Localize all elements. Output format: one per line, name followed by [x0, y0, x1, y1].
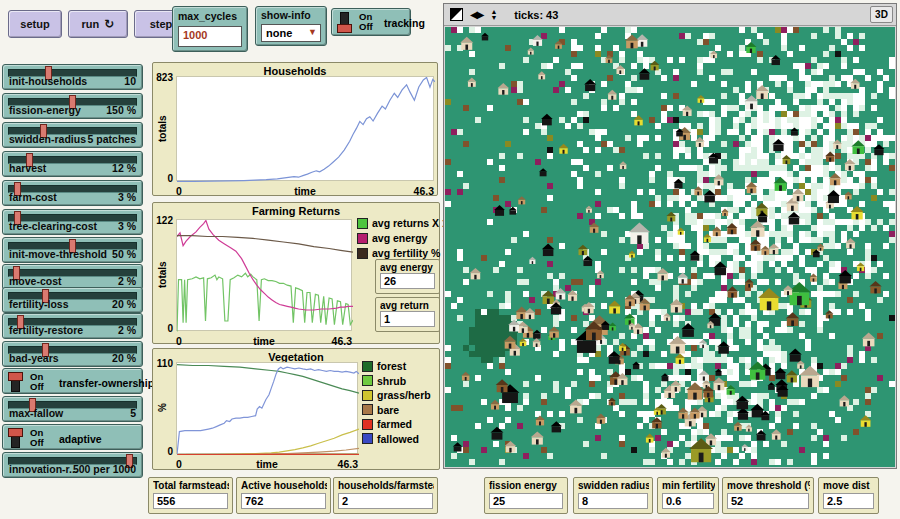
monitor-value: 1: [380, 311, 435, 327]
slider-innovation-r[interactable]: innovation-r...500 per 1000: [2, 452, 143, 478]
slider-label: fertility-loss: [9, 298, 69, 310]
slider-harvest[interactable]: harvest12 %: [2, 151, 143, 177]
toggle-label: adaptive: [59, 433, 102, 445]
slider-init-move-threshold[interactable]: init-move-threshold50 %: [2, 237, 143, 263]
world-view-canvas[interactable]: [445, 27, 895, 467]
slider-label: init-move-threshold: [9, 248, 107, 260]
zoom-corner-icon[interactable]: [450, 8, 463, 21]
legend-label: shrub: [377, 375, 406, 387]
run-button[interactable]: run ↻: [68, 10, 128, 38]
legend-label: avg returns X 10: [372, 217, 454, 229]
slider-value: 3 %: [118, 220, 136, 232]
toggle-knob[interactable]: [8, 428, 23, 437]
monitor-label: avg energy: [380, 262, 436, 273]
slider-label: init-households: [9, 75, 87, 87]
chevron-down-icon: ▼: [308, 27, 317, 37]
legend-item: avg fertility %: [357, 247, 440, 259]
monitor-label: move dist: [823, 480, 875, 491]
slider-farm-cost[interactable]: farm-cost3 %: [2, 180, 143, 206]
legend-item: grass/herb: [362, 389, 431, 401]
slider-value: 2 %: [118, 324, 136, 336]
show-info-select[interactable]: none ▼: [261, 24, 321, 42]
plot-area: [176, 362, 358, 454]
legend-item: avg energy: [357, 232, 427, 244]
monitor-label: min fertility: [662, 480, 715, 491]
setup-button[interactable]: setup: [8, 10, 62, 38]
legend-item: forest: [362, 360, 406, 372]
slider-fission-energy[interactable]: fission-energy150 %: [2, 93, 143, 119]
y-axis-title: totals: [157, 219, 168, 331]
toggle-off-label: Off: [359, 22, 373, 32]
slider-label: innovation-r...: [9, 463, 78, 475]
world-toolbar: ◀▶ ▲▼ ticks: 43 3D: [444, 4, 896, 26]
monitor-value: 26: [380, 273, 435, 289]
slider-label: harvest: [9, 162, 46, 174]
slider-label: swidden-radius: [9, 133, 86, 145]
max-cycles-field[interactable]: 1000: [178, 26, 242, 47]
slider-label: bad-years: [9, 352, 59, 364]
monitor-value: 556: [153, 493, 228, 509]
legend-swatch: [362, 404, 373, 415]
toggle-label: transfer-ownership: [59, 377, 154, 389]
horizontal-arrows-icon[interactable]: ◀▶: [470, 9, 483, 20]
slider-value: 50 %: [112, 248, 136, 260]
monitor-value: 0.6: [662, 493, 714, 509]
plot-lines: [177, 220, 353, 332]
monitor-value: 25: [489, 493, 563, 509]
legend-swatch: [362, 361, 373, 372]
slider-bad-years[interactable]: bad-years20 %: [2, 341, 143, 367]
monitor-swidden-radius: swidden radius8: [573, 477, 653, 514]
slider-swidden-radius[interactable]: swidden-radius5 patches: [2, 122, 143, 148]
legend-swatch: [362, 390, 373, 401]
toggle-knob[interactable]: [8, 372, 23, 381]
legend-item: farmed: [362, 418, 412, 430]
show-info-value: none: [266, 27, 292, 39]
plot-area: [176, 219, 352, 331]
slider-fertility-loss[interactable]: fertility-loss20 %: [2, 287, 143, 313]
x-max-label: 46.3: [402, 185, 434, 197]
legend-swatch: [362, 375, 373, 386]
monitor-value: 52: [727, 493, 809, 509]
legend-swatch: [357, 248, 368, 259]
monitor-label: Active households: [241, 480, 327, 491]
slider-label: max-fallow: [9, 407, 63, 419]
slider-value: 150 %: [106, 104, 136, 116]
monitor-households-farmstead: households/farmstead2: [333, 477, 438, 514]
monitor-value: 8: [578, 493, 648, 509]
show-info-label: show-info: [261, 9, 311, 21]
slider-label: fission-energy: [9, 104, 81, 116]
legend-swatch: [357, 218, 368, 229]
max-cycles-label: max_cycles: [178, 10, 237, 22]
slider-init-households[interactable]: init-households10: [2, 64, 143, 90]
toggle-knob[interactable]: [337, 24, 352, 33]
x-axis-title: time: [176, 185, 434, 197]
slider-value: 20 %: [112, 298, 136, 310]
series-totals: [177, 78, 435, 182]
slider-value: 3 %: [118, 191, 136, 203]
toggle-transfer-ownership[interactable]: OnOfftransfer-ownership: [2, 368, 143, 394]
legend-item: bare: [362, 404, 399, 416]
slider-label: move-cost: [9, 275, 62, 287]
legend-swatch: [357, 233, 368, 244]
legend-item: fallowed: [362, 433, 419, 445]
monitor-label: move threshold (%): [727, 480, 810, 491]
vertical-arrows-icon[interactable]: ▲▼: [490, 9, 497, 21]
series-avg-returns-X-10: [177, 273, 353, 331]
ticks-counter: ticks: 43: [514, 9, 558, 21]
legend-label: bare: [377, 404, 399, 416]
slider-tree-clearing-cost[interactable]: tree-clearing-cost3 %: [2, 209, 143, 235]
run-button-label: run: [82, 18, 100, 30]
monitor-avg-return: avg return1: [375, 297, 440, 332]
slider-fertility-restore[interactable]: fertility-restore2 %: [2, 313, 143, 339]
plot-lines: [177, 363, 359, 455]
slider-max-fallow[interactable]: max-fallow5: [2, 396, 143, 422]
3d-view-button[interactable]: 3D: [870, 6, 893, 23]
app-window: setup run ↻ step max_cycles 1000 show-in…: [0, 0, 900, 519]
monitor-avg-energy: avg energy26: [375, 259, 440, 294]
y-axis-title: %: [157, 362, 168, 454]
toggle-adaptive[interactable]: OnOffadaptive: [2, 424, 143, 450]
slider-value: 20 %: [112, 352, 136, 364]
toggle-off-label: Off: [30, 382, 44, 392]
monitor-move-threshold----: move threshold (%)52: [722, 477, 814, 514]
tracking-toggle[interactable]: On Off tracking: [331, 8, 411, 36]
